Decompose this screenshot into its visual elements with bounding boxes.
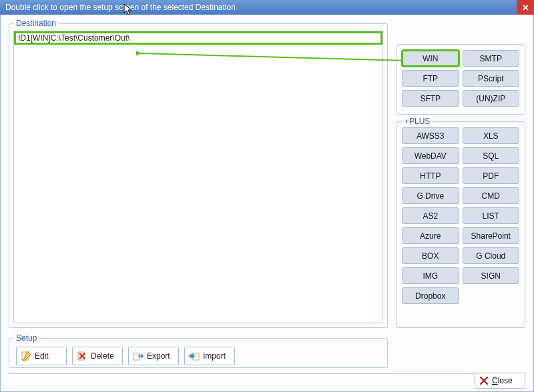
window-title: Double click to open the setup screen of… [5,3,236,12]
type-button-sharepoint[interactable]: SharePoint [463,227,520,244]
type-button-g-drive[interactable]: G Drive [402,187,459,204]
type-button-img[interactable]: IMG [402,267,459,284]
import-icon [189,351,200,361]
close-button-label: Close [492,376,513,385]
type-button-pscript[interactable]: PScript [463,70,520,87]
type-button-sign[interactable]: SIGN [463,267,520,284]
plus-legend: +PLUS [402,117,433,126]
type-button-webdav[interactable]: WebDAV [402,147,459,164]
type-button-dropbox[interactable]: Dropbox [402,287,459,304]
close-button[interactable]: Close [475,373,525,389]
type-button-smtp[interactable]: SMTP [463,50,520,67]
export-button-label: Export [147,351,170,361]
client-area: Destination ID1[WIN]C:\Test\Customer\Out… [0,15,534,392]
type-button-box[interactable]: BOX [402,247,459,264]
title-bar: Double click to open the setup screen of… [0,0,534,15]
close-icon: ✕ [522,3,529,13]
edit-button-label: Edit [35,351,49,361]
destination-list[interactable]: ID1[WIN]C:\Test\Customer\Out\ [13,31,383,323]
destination-legend: Destination [13,19,59,28]
setup-legend: Setup [13,333,39,343]
destination-group: Destination ID1[WIN]C:\Test\Customer\Out… [9,19,388,328]
type-button-awss3[interactable]: AWSS3 [402,127,459,144]
export-button[interactable]: Export [128,347,179,365]
edit-icon [21,351,31,361]
delete-button-label: Delete [91,351,114,361]
delete-icon [77,351,87,361]
delete-button[interactable]: Delete [72,347,123,365]
svg-rect-3 [134,353,140,360]
import-button-label: Import [203,351,226,361]
type-button-list[interactable]: LIST [463,207,520,224]
destination-types-plus: +PLUS AWSS3XLSWebDAVSQLHTTPPDFG DriveCMD… [396,121,525,328]
close-button-icon [479,376,489,385]
type-button-as2[interactable]: AS2 [402,207,459,224]
type-button-azure[interactable]: Azure [402,227,459,244]
type-button-cmd[interactable]: CMD [463,187,520,204]
type-button-xls[interactable]: XLS [463,127,520,144]
import-button[interactable]: Import [184,347,235,365]
edit-button[interactable]: Edit [16,347,67,365]
type-button-win[interactable]: WIN [402,50,459,67]
type-button-g-cloud[interactable]: G Cloud [463,247,520,264]
type-button-ftp[interactable]: FTP [402,70,459,87]
setup-group: Setup Edit Delete Export [9,333,388,368]
window-close-button[interactable]: ✕ [517,0,534,15]
destination-types-core: WINSMTPFTPPScriptSFTP(UN)ZIP [396,44,525,115]
type-button-http[interactable]: HTTP [402,167,459,184]
type-button--un-zip[interactable]: (UN)ZIP [463,90,520,107]
export-icon [133,351,144,361]
destination-list-item[interactable]: ID1[WIN]C:\Test\Customer\Out\ [14,31,382,45]
type-button-pdf[interactable]: PDF [463,167,520,184]
type-button-sql[interactable]: SQL [463,147,520,164]
dialog-button-bar: Close [9,373,525,387]
type-button-sftp[interactable]: SFTP [402,90,459,107]
